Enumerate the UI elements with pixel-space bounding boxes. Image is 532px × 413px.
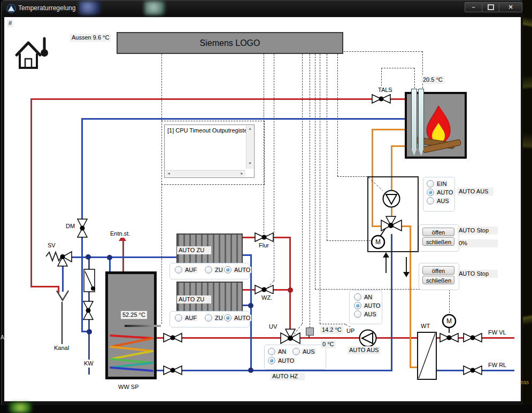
radio-auf[interactable]: AUF <box>175 314 198 322</box>
maximize-icon <box>488 4 494 10</box>
open-button[interactable]: öffen <box>422 228 454 236</box>
pump-icon[interactable] <box>382 189 401 208</box>
radio-aus[interactable]: AUS <box>354 310 377 318</box>
alarm-listbox[interactable]: [1] CPU Timeout Outputregister ▲ ▼ ◄ ► <box>164 124 255 178</box>
thermometer-icon <box>40 35 49 60</box>
arrow-up-icon <box>383 252 389 258</box>
dashed-line <box>320 51 320 324</box>
radio-label: AUS <box>436 198 450 204</box>
radio-circle[interactable] <box>354 293 361 301</box>
radio-label: AUTO <box>233 267 251 273</box>
taskbar-icon-blob[interactable] <box>9 402 32 413</box>
pipe-radiator-riser <box>289 237 291 332</box>
h-scrollbar[interactable]: ◄ ► <box>165 170 245 177</box>
up-status-label: AUTO AUS <box>348 346 380 354</box>
mixer-valve-status: AUTO Stop <box>457 227 498 235</box>
radio-circle[interactable] <box>175 266 182 274</box>
funnel-icon <box>55 289 71 305</box>
radio-circle[interactable] <box>224 314 232 322</box>
radio-circle[interactable] <box>354 310 361 318</box>
close-icon: ✕ <box>508 4 513 10</box>
house-icon <box>14 38 42 73</box>
heat-exchanger-icon <box>417 332 437 380</box>
tank-return-valve-icon[interactable] <box>163 365 182 376</box>
radio-circle[interactable] <box>354 302 361 309</box>
desktop-icon-letter: A <box>1 334 4 340</box>
maximize-button[interactable] <box>482 2 499 12</box>
dashed-line <box>302 51 303 324</box>
kw-valve-icon[interactable] <box>83 301 94 320</box>
radio-aus[interactable]: AUS <box>427 197 450 205</box>
uv-label: UV <box>267 323 279 331</box>
menu-hash-label[interactable]: # <box>7 19 13 27</box>
fw-return-label: FW RL <box>487 361 508 369</box>
up-pump-icon[interactable] <box>358 328 378 348</box>
radio-auf[interactable]: AUF <box>175 266 198 274</box>
mixer-status-label: AUTO AUS <box>457 188 494 196</box>
radio-circle[interactable] <box>175 314 182 322</box>
background-blob-teal <box>144 1 165 15</box>
minimize-button[interactable]: – <box>465 2 482 12</box>
radio-circle[interactable] <box>427 180 434 188</box>
radio-label: AUF <box>184 267 198 273</box>
radio-circle[interactable] <box>224 266 232 274</box>
radio-circle[interactable] <box>268 348 275 355</box>
arrow-shaft <box>406 257 407 273</box>
radio-circle[interactable] <box>268 357 275 364</box>
scroll-right-icon[interactable]: ► <box>240 172 244 175</box>
v-scrollbar[interactable]: ▲ ▼ <box>246 126 253 169</box>
fw-supply-valve2-icon[interactable] <box>463 332 482 343</box>
radio-ein[interactable]: EIN <box>427 180 448 188</box>
radio-aus[interactable]: AUS <box>292 348 316 355</box>
fw-return-valve-icon[interactable] <box>463 365 482 376</box>
tals-valve-label: TALS <box>376 86 394 94</box>
radio-circle[interactable] <box>427 197 434 205</box>
radio-auto[interactable]: AUTO <box>354 302 381 309</box>
radio-label: AUF <box>184 315 198 321</box>
tap-label: Entn.st. <box>109 230 132 238</box>
pipe-segment <box>63 256 195 258</box>
radio-label: AUS <box>363 311 377 317</box>
radio-zu[interactable]: ZU <box>205 266 224 274</box>
radio-auto[interactable]: AUTO <box>224 314 251 322</box>
dashed-line <box>337 176 367 177</box>
radio-auto[interactable]: AUTO <box>427 189 454 196</box>
radio-circle[interactable] <box>427 189 434 196</box>
flur-valve-icon[interactable] <box>255 232 274 243</box>
dm-valve-icon[interactable] <box>77 219 88 238</box>
radio-an[interactable]: AN <box>268 348 287 355</box>
temp-probe <box>418 89 424 156</box>
radio-auto[interactable]: AUTO <box>224 266 251 274</box>
radio-label: ZU <box>214 315 224 321</box>
radio-circle[interactable] <box>292 348 300 355</box>
scroll-down-icon[interactable]: ▼ <box>246 161 253 165</box>
fw-supply-valve-icon[interactable] <box>440 332 459 343</box>
outside-temp-label: Aussen 9.6 °C <box>70 34 111 42</box>
dashed-line <box>310 51 310 328</box>
wz-valve-icon[interactable] <box>255 284 274 295</box>
radio-zu[interactable]: ZU <box>205 314 224 322</box>
dashed-line <box>327 51 327 240</box>
radio-label: AUTO <box>277 357 295 364</box>
safety-valve-icon[interactable] <box>45 247 74 268</box>
close-button[interactable]: ✕ <box>499 2 522 12</box>
close-button[interactable]: schließen <box>422 237 454 246</box>
background-blob-blue <box>79 1 101 15</box>
pipe-boiler-return <box>81 118 405 120</box>
open-button[interactable]: öffen <box>422 266 454 275</box>
mixing-valve-icon[interactable] <box>380 215 403 235</box>
radio-an[interactable]: AN <box>354 293 373 301</box>
tals-valve-icon[interactable] <box>372 93 391 104</box>
boiler-temp-label: 20.5 °C <box>421 76 444 84</box>
close-button[interactable]: schließen <box>422 276 454 284</box>
radio-circle[interactable] <box>205 266 212 274</box>
tank-flow-valve-icon[interactable] <box>163 332 182 343</box>
scroll-up-icon[interactable]: ▲ <box>246 127 253 130</box>
radio-label: AN <box>363 294 373 300</box>
radio-auto[interactable]: AUTO <box>268 357 295 364</box>
dashed-line <box>161 184 162 324</box>
hz-valve-status: AUTO Stop <box>457 270 498 278</box>
radio-circle[interactable] <box>205 314 212 322</box>
alarm-row[interactable]: [1] CPU Timeout Outputregister <box>167 127 249 134</box>
scroll-left-icon[interactable]: ◄ <box>167 172 171 175</box>
